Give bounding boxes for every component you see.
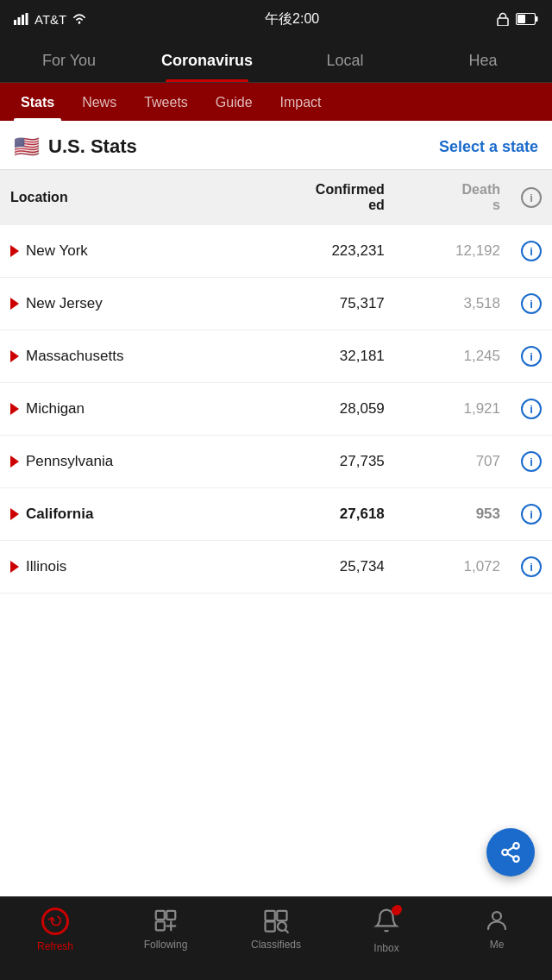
following-icon [153,908,179,933]
info-icon[interactable]: i [521,399,542,419]
share-fab-button[interactable] [486,828,535,876]
svg-rect-7 [536,16,538,22]
bottom-nav-classifieds[interactable]: Classifieds [221,908,331,951]
status-time: 午後2:00 [265,10,319,28]
expand-icon[interactable] [10,455,19,468]
svg-rect-18 [277,911,286,920]
info-cell[interactable]: i [511,278,552,330]
table-row: Massachusetts 32,181 1,245 i [0,330,552,383]
inbox-label: Inbox [373,942,398,954]
status-left: AT&T [14,12,87,27]
location-cell: New York [0,225,236,278]
location-name: Pennsylvania [26,453,113,470]
deaths-value: 1,245 [395,330,511,383]
status-right [497,12,538,26]
location-cell: Michigan [0,383,236,436]
deaths-value: 3,518 [395,278,511,330]
svg-line-13 [507,847,513,851]
location-name: Massachusetts [26,348,123,365]
bottom-nav-refresh[interactable]: ↻ Refresh [0,908,110,952]
table-row: Illinois 25,734 1,072 i [0,541,552,594]
expand-icon[interactable] [10,403,19,415]
info-icon[interactable]: i [521,293,542,314]
tab-coronavirus[interactable]: Coronavirus [138,38,276,82]
info-cell[interactable]: i [511,488,552,541]
table-row: Pennsylvania 27,735 707 i [0,436,552,488]
col-deaths: Deaths [395,170,511,225]
carrier-label: AT&T [34,12,66,27]
svg-rect-2 [22,15,24,25]
expand-icon[interactable] [10,245,19,257]
svg-rect-1 [18,17,21,25]
col-confirmed: Confirmeded [236,170,395,225]
svg-point-9 [513,843,519,849]
info-icon[interactable]: i [521,504,542,525]
confirmed-value: 25,734 [236,541,395,594]
subnav-guide[interactable]: Guide [202,83,267,121]
svg-rect-16 [156,921,165,930]
info-icon[interactable]: i [521,241,542,261]
svg-rect-8 [518,15,525,23]
stats-table: Location Confirmeded Deaths i New York 2… [0,170,552,594]
info-cell[interactable]: i [511,330,552,383]
subnav-impact[interactable]: Impact [267,83,336,121]
tab-for-you[interactable]: For You [0,38,138,82]
confirmed-value: 75,317 [236,278,395,330]
svg-point-4 [78,22,81,24]
wifi-icon [72,13,87,25]
tab-local[interactable]: Local [276,38,414,82]
confirmed-value: 27,618 [236,488,395,541]
battery-icon [516,13,538,25]
bottom-nav-following[interactable]: Following [110,908,221,951]
bottom-nav-inbox[interactable]: Inbox [331,908,442,954]
select-state-button[interactable]: Select a state [439,138,538,156]
expand-icon[interactable] [10,508,19,520]
location-cell: New Jersey [0,278,236,330]
us-flag: 🇺🇸 [14,135,40,159]
expand-icon[interactable] [10,298,19,310]
location-cell: California [0,488,236,541]
confirmed-value: 32,181 [236,330,395,383]
location-name: New Jersey [26,295,103,312]
table-row: New Jersey 75,317 3,518 i [0,278,552,330]
top-nav: For You Coronavirus Local Hea [0,38,552,83]
info-icon[interactable]: i [521,451,542,472]
confirmed-value: 28,059 [236,383,395,436]
deaths-value: 1,921 [395,383,511,436]
location-name: California [26,506,93,523]
svg-line-12 [507,854,513,858]
svg-rect-15 [166,911,175,920]
info-cell[interactable]: i [511,541,552,594]
table-row: California 27,618 953 i [0,488,552,541]
info-header-icon: i [521,187,542,208]
expand-icon[interactable] [10,350,19,362]
bottom-nav-me[interactable]: Me [442,908,552,951]
svg-rect-5 [498,18,508,26]
info-cell[interactable]: i [511,436,552,488]
classifieds-label: Classifieds [251,939,301,951]
table-row: New York 223,231 12,192 i [0,225,552,278]
me-label: Me [490,939,505,951]
status-bar: AT&T 午後2:00 [0,0,552,38]
deaths-value: 707 [395,436,511,488]
expand-icon[interactable] [10,561,19,573]
info-icon[interactable]: i [521,556,542,577]
stats-header: 🇺🇸 U.S. Stats Select a state [0,121,552,170]
svg-point-10 [502,850,508,856]
info-cell[interactable]: i [511,383,552,436]
deaths-value: 1,072 [395,541,511,594]
info-icon[interactable]: i [521,346,542,367]
info-cell[interactable]: i [511,225,552,278]
tab-health[interactable]: Hea [414,38,552,82]
deaths-value: 12,192 [395,225,511,278]
location-cell: Illinois [0,541,236,594]
subnav-stats[interactable]: Stats [7,83,68,121]
bottom-nav: ↻ Refresh Following Classifieds [0,896,552,980]
col-location: Location [0,170,236,225]
location-cell: Massachusetts [0,330,236,383]
subnav-tweets[interactable]: Tweets [130,83,202,121]
subnav-news[interactable]: News [68,83,130,121]
location-name: New York [26,242,88,260]
refresh-label: Refresh [37,940,73,952]
lock-icon [497,12,509,26]
